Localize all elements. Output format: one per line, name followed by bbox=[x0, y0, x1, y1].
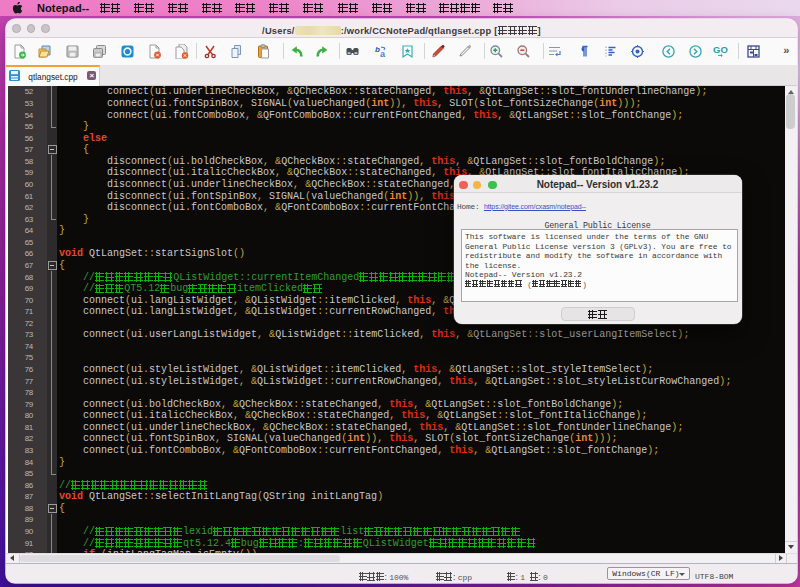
svg-text:GO: GO bbox=[713, 44, 728, 55]
svg-text:a: a bbox=[380, 49, 386, 59]
